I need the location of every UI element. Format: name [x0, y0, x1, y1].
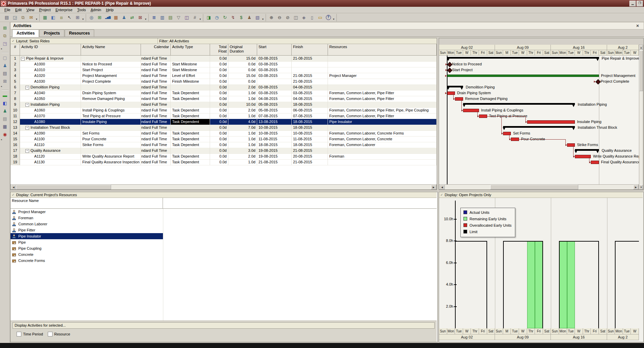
- scroll-down-icon[interactable]: ▼: [639, 185, 643, 189]
- tab-projects[interactable]: Projects: [39, 29, 64, 37]
- table-row[interactable]: 18A1120Write Quality Assurance Reportnda…: [11, 153, 437, 160]
- level-resources-icon[interactable]: ↯: [229, 14, 237, 21]
- resource-row[interactable]: Project Manager: [11, 209, 437, 215]
- checkbox-icon[interactable]: [17, 332, 21, 336]
- collapse-icon[interactable]: −: [21, 57, 25, 61]
- task-bar[interactable]: [503, 132, 511, 135]
- tab-activities[interactable]: Activities: [12, 29, 39, 37]
- print-preview-icon[interactable]: ◲: [11, 14, 19, 21]
- resources-options-bar[interactable]: ✓Display: Current Project's Resources: [11, 192, 437, 198]
- print-icon[interactable]: ▤: [3, 14, 11, 21]
- task-bar[interactable]: [479, 115, 487, 118]
- checkbox-time-period[interactable]: Time Period: [17, 332, 43, 336]
- scroll-right-icon[interactable]: ▶: [431, 185, 436, 189]
- milestone-diamond[interactable]: [447, 67, 452, 73]
- resource-row[interactable]: Foreman: [11, 215, 437, 221]
- resource-name-header[interactable]: Resource Name: [11, 198, 163, 209]
- activity-details-icon[interactable]: ◧: [49, 14, 57, 21]
- task-bar[interactable]: [463, 109, 479, 112]
- task-bar[interactable]: [567, 143, 575, 147]
- resource-row[interactable]: Common Laborer: [11, 221, 437, 227]
- toolbar-dropdown-icon[interactable]: ▾: [199, 18, 202, 21]
- menu-tools[interactable]: Tools: [75, 7, 88, 13]
- scroll-thumb[interactable]: [16, 185, 111, 189]
- checkbox-resource[interactable]: Resource: [48, 332, 70, 336]
- relationships-icon[interactable]: ⇄: [128, 14, 136, 21]
- task-bar[interactable]: [527, 120, 575, 124]
- reports-view-icon[interactable]: ▤: [1, 69, 9, 77]
- sidebar-dropdown-icon[interactable]: ◂: [0, 138, 2, 142]
- new-item-icon[interactable]: ⊞: [1, 24, 9, 32]
- resource-assignment-icon[interactable]: ♟: [120, 14, 128, 21]
- checkbox-icon[interactable]: [48, 332, 53, 336]
- loe-bar[interactable]: [447, 75, 599, 77]
- help-icon[interactable]: ?: [325, 14, 332, 21]
- select-cursor-icon[interactable]: ↖: [66, 14, 73, 21]
- table-row[interactable]: 7A1040Drain Piping Systemndard Full Time…: [11, 90, 437, 96]
- column-header-total-float[interactable]: Total Float: [210, 44, 228, 56]
- menu-project[interactable]: Project: [37, 7, 53, 13]
- calendar-icon[interactable]: ▦: [112, 14, 120, 21]
- table-row[interactable]: 11A1070Test Piping at Pressurendard Full…: [11, 113, 437, 119]
- table-row[interactable]: 9−Installation Pipingndard Full Time0.0d…: [11, 102, 437, 108]
- find-icon[interactable]: ◎: [88, 14, 95, 21]
- tab-resources[interactable]: Resources: [65, 29, 94, 37]
- columns-icon[interactable]: ▥: [159, 14, 166, 21]
- collapse-icon[interactable]: −: [25, 149, 29, 153]
- maximize-button[interactable]: ❐: [637, 1, 643, 6]
- resource-row[interactable]: Pipe Fitter: [11, 227, 437, 233]
- activity-network-icon[interactable]: ⧈: [58, 14, 65, 21]
- zoom-in-icon[interactable]: ⊕: [268, 14, 275, 21]
- menu-view[interactable]: View: [24, 7, 37, 13]
- usage-profile-icon[interactable]: ▂▅▇: [104, 14, 111, 21]
- usage-spreadsheet-icon[interactable]: ◨: [205, 14, 212, 21]
- paste-icon[interactable]: ◳: [1, 40, 9, 47]
- column-header-activity-type[interactable]: Activity Type: [171, 44, 210, 56]
- email-icon[interactable]: ✉: [27, 14, 35, 21]
- menu-edit[interactable]: Edit: [13, 7, 24, 13]
- task-bar[interactable]: [447, 91, 455, 95]
- summary-bar[interactable]: [447, 57, 599, 59]
- task-bar[interactable]: [591, 161, 599, 164]
- toolbar-dropdown-icon[interactable]: ▾: [35, 18, 38, 21]
- filter-icon[interactable]: ▽: [175, 14, 182, 21]
- table-row[interactable]: 5A1030Project Completendard Full TimeFin…: [11, 79, 437, 85]
- resource-row[interactable]: Pipe Insulator: [11, 233, 163, 239]
- table-row[interactable]: 15A1100Pour Concretendard Full TimeTask …: [11, 136, 437, 142]
- issues-icon[interactable]: ◉: [1, 130, 9, 138]
- scroll-thumb[interactable]: [490, 185, 578, 189]
- activity-table-icon[interactable]: ▦: [41, 14, 49, 21]
- summary-bar[interactable]: [575, 149, 599, 151]
- collapse-icon[interactable]: −: [25, 126, 29, 130]
- scroll-up-icon[interactable]: ▲: [639, 45, 643, 50]
- scroll-left-icon[interactable]: ◀: [11, 185, 16, 189]
- summary-bar[interactable]: [447, 86, 463, 87]
- table-row[interactable]: 3A1010Start Projectndard Full TimeStart …: [11, 67, 437, 73]
- milestone-diamond[interactable]: [447, 62, 452, 67]
- table-row[interactable]: 4A1020Project Managementndard Full TimeL…: [11, 73, 437, 79]
- resource-row[interactable]: Pipe Coupling: [11, 245, 437, 251]
- column-header-activity-id[interactable]: Activity ID: [20, 44, 81, 56]
- table-row[interactable]: 17−Quality Assurancendard Full Time0.0d3…: [11, 148, 437, 154]
- costs-icon[interactable]: $: [237, 14, 245, 21]
- sidebar-dropdown-icon[interactable]: ◂: [0, 47, 2, 51]
- table-options-bar[interactable]: ✓Layout: Swiss Rides: [11, 38, 158, 44]
- wbs-icon[interactable]: ⊞: [74, 14, 81, 21]
- scroll-thumb[interactable]: [639, 50, 643, 91]
- table-row[interactable]: 14A1090Set Formsndard Full TimeTask Depe…: [11, 130, 437, 137]
- tracking-icon[interactable]: ⊠: [1, 77, 9, 85]
- column-header-calendar[interactable]: Calendar: [141, 44, 171, 56]
- group-sort-icon[interactable]: ◫: [183, 14, 190, 21]
- column-header-resources[interactable]: Resources: [328, 44, 437, 56]
- scroll-left-icon[interactable]: ◀: [439, 185, 445, 189]
- resource-row[interactable]: Pipe: [11, 239, 437, 245]
- add-activity-icon[interactable]: ⊞: [96, 14, 103, 21]
- table-row[interactable]: 16A1110Strike Formsndard Full TimeTask D…: [11, 142, 437, 148]
- task-bar[interactable]: [455, 97, 463, 101]
- usage-options-bar[interactable]: ✓Display: Open Projects Only: [439, 192, 643, 198]
- toolbar-dropdown-icon[interactable]: ▾: [82, 18, 84, 21]
- task-bar[interactable]: [575, 155, 591, 158]
- table-row[interactable]: 8A1050Remove Damaged Pipingndard Full Ti…: [11, 96, 437, 102]
- assign-resources-icon[interactable]: ♟: [246, 14, 253, 21]
- collapse-icon[interactable]: −: [25, 103, 29, 107]
